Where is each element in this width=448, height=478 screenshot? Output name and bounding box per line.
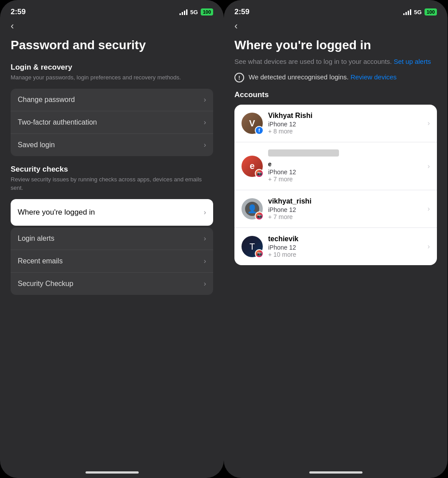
left-back-chevron-icon: ‹: [11, 21, 14, 31]
account-info-blurred-ig: e iPhone 12 + 7 more: [268, 149, 424, 183]
account-name-vikhyat-fb: Vikhyat Rishi: [268, 112, 424, 120]
accounts-card: V f Vikhyat Rishi iPhone 12 + 8 more › e: [234, 105, 437, 265]
account-more-blurred-ig: + 7 more: [268, 176, 424, 183]
account-chevron-techievik-ig-icon: ›: [428, 243, 430, 251]
account-name-blurred: [268, 149, 339, 157]
right-content: ‹ Where you're logged in See what device…: [224, 21, 448, 265]
login-recovery-desc: Manage your passwords, login preferences…: [11, 74, 213, 82]
menu-item-recent-emails[interactable]: Recent emails ›: [11, 250, 213, 273]
account-device-vikhyat-fb: iPhone 12: [268, 121, 424, 128]
right-status-bar: 2:59 5G 100: [224, 0, 448, 21]
left-content: ‹ Password and security Login & recovery…: [0, 21, 224, 295]
change-password-label: Change password: [18, 96, 75, 104]
security-checks-desc: Review security issues by running checks…: [11, 176, 213, 192]
account-info-vikhyat-fb: Vikhyat Rishi iPhone 12 + 8 more: [268, 112, 424, 135]
left-status-bar: 2:59 5G 100: [0, 0, 224, 21]
avatar-wrapper-blurred-ig: e 📷: [242, 156, 263, 177]
review-devices-link[interactable]: Review devices: [351, 73, 397, 81]
account-name-techievik-ig: techievik: [268, 235, 424, 243]
alert-box: ! We detected unrecognised logins. Revie…: [234, 72, 437, 82]
avatar-silhouette: 👤: [247, 204, 257, 214]
account-chevron-blurred-ig-icon: ›: [428, 162, 430, 170]
signal-bar-1: [179, 13, 181, 15]
left-network: 5G: [190, 9, 198, 16]
right-signal-bar-2: [405, 12, 407, 15]
right-status-right: 5G 100: [403, 8, 437, 16]
where-logged-in-label: Where you're logged in: [18, 208, 95, 217]
account-item-techievik-ig[interactable]: T 📷 techievik iPhone 12 + 10 more ›: [234, 228, 437, 265]
login-recovery-menu: Change password › Two-factor authenticat…: [11, 89, 213, 156]
account-item-vikhyat-fb[interactable]: V f Vikhyat Rishi iPhone 12 + 8 more ›: [234, 105, 437, 142]
instagram-badge-icon-3: 📷: [255, 249, 264, 258]
right-home-indicator: [309, 471, 362, 474]
account-more-vikhyat-fb: + 8 more: [268, 128, 424, 135]
alert-message: We detected unrecognised logins.: [249, 73, 349, 81]
signal-bar-3: [184, 11, 185, 15]
menu-item-saved-login[interactable]: Saved login ›: [11, 134, 213, 156]
accounts-section-title: Accounts: [234, 90, 437, 99]
right-back-chevron-icon: ‹: [234, 21, 238, 31]
recent-emails-chevron-icon: ›: [204, 257, 206, 265]
change-password-chevron-icon: ›: [204, 96, 206, 104]
right-page-title: Where you're logged in: [234, 38, 437, 52]
right-screen: 2:59 5G 100 ‹ Where you're logged in See…: [224, 0, 448, 478]
account-item-vikhyat-ig[interactable]: 👤 📷 vikhyat_rishi iPhone 12 + 7 more ›: [234, 190, 437, 228]
security-checks-menu: Login alerts › Recent emails › Security …: [11, 227, 213, 295]
left-screen: 2:59 5G 100 ‹ Password and security Logi…: [0, 0, 224, 478]
right-battery: 100: [425, 8, 437, 16]
right-signal-icon: [403, 9, 411, 15]
alert-text-content: We detected unrecognised logins. Review …: [249, 72, 397, 82]
account-letter-e: e: [268, 161, 424, 168]
saved-login-chevron-icon: ›: [204, 141, 206, 149]
login-alerts-label: Login alerts: [18, 235, 55, 243]
right-signal-bar-1: [403, 13, 405, 15]
login-alerts-chevron-icon: ›: [204, 235, 206, 243]
right-signal-bar-4: [410, 9, 411, 15]
account-info-techievik-ig: techievik iPhone 12 + 10 more: [268, 235, 424, 258]
avatar-wrapper-vikhyat-ig: 👤 📷: [242, 198, 263, 219]
menu-item-security-checkup[interactable]: Security Checkup ›: [11, 273, 213, 295]
two-factor-chevron-icon: ›: [204, 118, 206, 126]
menu-item-two-factor[interactable]: Two-factor authentication ›: [11, 111, 213, 134]
setup-alerts-link[interactable]: Set up alerts: [393, 58, 431, 65]
left-time: 2:59: [11, 8, 26, 16]
recent-emails-label: Recent emails: [18, 257, 62, 265]
alert-icon: !: [234, 73, 244, 82]
account-item-blurred-ig[interactable]: e 📷 e iPhone 12 + 7 more ›: [234, 142, 437, 190]
menu-item-login-alerts[interactable]: Login alerts ›: [11, 227, 213, 250]
signal-bar-4: [186, 9, 187, 15]
account-more-vikhyat-ig: + 7 more: [268, 213, 424, 220]
facebook-badge-icon: f: [255, 126, 264, 135]
account-device-blurred-ig: iPhone 12: [268, 168, 424, 176]
right-signal-bar-3: [408, 11, 409, 15]
security-checks-title: Security checks: [11, 165, 213, 174]
avatar-wrapper-vikhyat-fb: V f: [242, 113, 263, 134]
where-logged-in-item[interactable]: Where you're logged in ›: [11, 199, 213, 226]
where-logged-in-chevron-icon: ›: [204, 208, 206, 216]
security-checkup-label: Security Checkup: [18, 280, 73, 288]
avatar-wrapper-techievik-ig: T 📷: [242, 236, 263, 257]
right-time: 2:59: [234, 8, 249, 16]
instagram-badge-icon-1: 📷: [255, 169, 264, 178]
saved-login-label: Saved login: [18, 141, 55, 149]
two-factor-label: Two-factor authentication: [18, 118, 97, 126]
left-page-title: Password and security: [11, 38, 213, 52]
avatar-techievik-initial: T: [249, 242, 255, 252]
right-back-button[interactable]: ‹: [234, 21, 437, 31]
instagram-badge-icon-2: 📷: [255, 212, 264, 220]
account-device-techievik-ig: iPhone 12: [268, 244, 424, 251]
left-status-right: 5G 100: [179, 8, 213, 16]
account-chevron-vikhyat-ig-icon: ›: [428, 205, 430, 213]
right-network: 5G: [414, 9, 421, 16]
left-home-indicator: [86, 471, 139, 474]
right-page-desc-text: See what devices are used to log in to y…: [234, 58, 392, 65]
account-chevron-vikhyat-fb-icon: ›: [428, 119, 430, 127]
security-checkup-chevron-icon: ›: [204, 280, 206, 288]
left-back-button[interactable]: ‹: [11, 21, 213, 31]
account-name-vikhyat-ig: vikhyat_rishi: [268, 197, 424, 205]
account-info-vikhyat-ig: vikhyat_rishi iPhone 12 + 7 more: [268, 197, 424, 220]
left-signal-icon: [179, 9, 187, 15]
alert-exclamation-icon: !: [238, 74, 240, 81]
account-device-vikhyat-ig: iPhone 12: [268, 206, 424, 213]
menu-item-change-password[interactable]: Change password ›: [11, 89, 213, 111]
